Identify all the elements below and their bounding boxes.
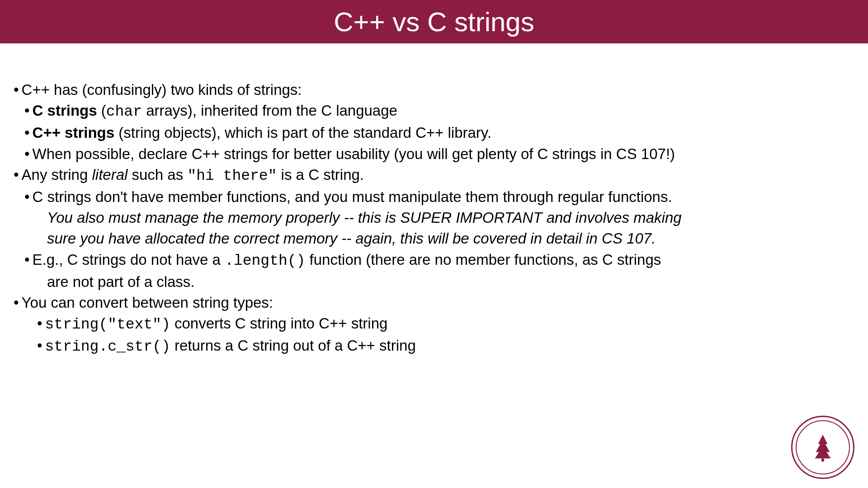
bullet-3b: • string.c_str() returns a C string out … [37, 335, 854, 357]
bullet-text: You can convert between string types: [22, 292, 273, 313]
bullet-dot: • [37, 313, 42, 335]
text: returns a C string out of a C++ string [170, 337, 416, 354]
bold-text: C++ strings [33, 124, 115, 141]
code-text: string("text") [45, 316, 170, 333]
code-text: char [106, 103, 142, 120]
bullet-2: • Any string literal such as "hi there" … [14, 164, 854, 187]
bullet-text: Any string literal such as "hi there" is… [22, 164, 364, 187]
bullet-text: string.c_str() returns a C string out of… [45, 335, 416, 357]
slide-header: C++ vs C strings [0, 0, 868, 43]
bullet-2a: • C strings don't have member functions,… [24, 187, 854, 207]
italic-text: literal [92, 166, 127, 183]
bullet-text: string("text") converts C string into C+… [45, 313, 388, 335]
code-text: string.c_str() [45, 338, 170, 355]
bullet-dot: • [24, 144, 30, 164]
bullet-dot: • [14, 292, 19, 313]
bullet-1a: • C strings (char arrays), inherited fro… [24, 100, 854, 122]
bullet-dot: • [14, 80, 19, 100]
bullet-text: C strings (char arrays), inherited from … [33, 100, 397, 122]
bullet-1: • C++ has (confusingly) two kinds of str… [14, 80, 854, 100]
text: E.g., C strings do not have a [33, 251, 225, 268]
bullet-2b-cont: are not part of a class. [47, 272, 854, 292]
slide-title: C++ vs C strings [334, 6, 534, 38]
bullet-2a-cont2: sure you have allocated the correct memo… [47, 228, 854, 249]
bullet-dot: • [24, 100, 30, 122]
bullet-text: E.g., C strings do not have a .length() … [33, 249, 661, 272]
bold-text: C strings [33, 102, 97, 119]
bullet-3: • You can convert between string types: [14, 292, 854, 313]
stanford-seal-icon [791, 416, 854, 479]
bullet-2b: • E.g., C strings do not have a .length(… [24, 249, 854, 272]
bullet-1c: • When possible, declare C++ strings for… [24, 144, 854, 164]
text: ( [97, 102, 106, 119]
tree-icon [807, 432, 839, 463]
svg-rect-0 [821, 459, 824, 462]
bullet-dot: • [24, 187, 30, 207]
bullet-2a-cont1: You also must manage the memory properly… [47, 207, 854, 228]
bullet-text: C++ strings (string objects), which is p… [33, 122, 492, 143]
bullet-1b: • C++ strings (string objects), which is… [24, 122, 854, 143]
bullet-dot: • [24, 122, 30, 143]
bullet-text: When possible, declare C++ strings for b… [33, 144, 675, 164]
text: (string objects), which is part of the s… [114, 124, 491, 141]
text: converts C string into C++ string [170, 315, 388, 332]
text: such as [127, 166, 187, 183]
code-text: "hi there" [187, 168, 277, 184]
bullet-dot: • [37, 335, 42, 357]
text: Any string [22, 166, 92, 183]
text: is a C string. [277, 166, 364, 183]
bullet-3a: • string("text") converts C string into … [37, 313, 854, 335]
text: function (there are no member functions,… [305, 251, 661, 268]
bullet-text: C strings don't have member functions, a… [33, 187, 672, 207]
bullet-dot: • [14, 164, 19, 187]
text: arrays), inherited from the C language [142, 102, 397, 119]
bullet-text: C++ has (confusingly) two kinds of strin… [22, 80, 302, 100]
bullet-dot: • [24, 249, 30, 272]
seal-ring-inner [796, 420, 850, 474]
code-text: .length() [225, 253, 305, 269]
slide-content: • C++ has (confusingly) two kinds of str… [0, 43, 868, 357]
